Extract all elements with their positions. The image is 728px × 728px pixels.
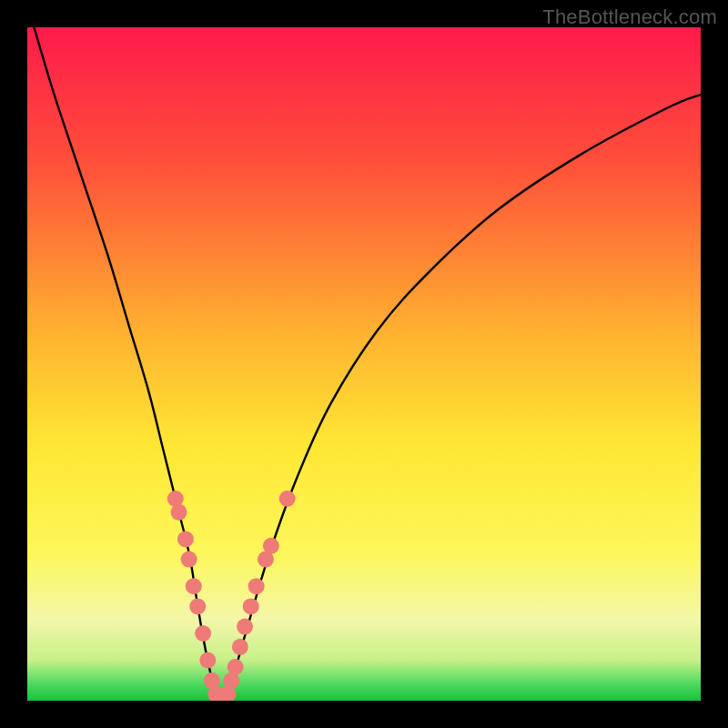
chart-svg [27, 27, 701, 701]
highlight-dot [243, 598, 259, 614]
plot-area [27, 27, 701, 701]
highlight-dot [237, 619, 253, 635]
chart-frame: TheBottleneck.com [0, 0, 728, 728]
highlight-dot [228, 659, 244, 675]
highlight-dot [232, 639, 248, 655]
highlight-dot [189, 598, 206, 614]
highlight-dot [279, 490, 296, 507]
highlight-dot [248, 578, 265, 594]
highlight-dot [177, 531, 194, 547]
highlight-dot [263, 538, 279, 554]
highlight-dot [199, 652, 216, 669]
highlight-dot [195, 625, 211, 642]
gradient-background [27, 27, 701, 701]
highlight-dot [186, 578, 202, 594]
highlight-dot [181, 551, 197, 568]
watermark-text: TheBottleneck.com [542, 5, 717, 29]
highlight-dot [171, 504, 187, 521]
